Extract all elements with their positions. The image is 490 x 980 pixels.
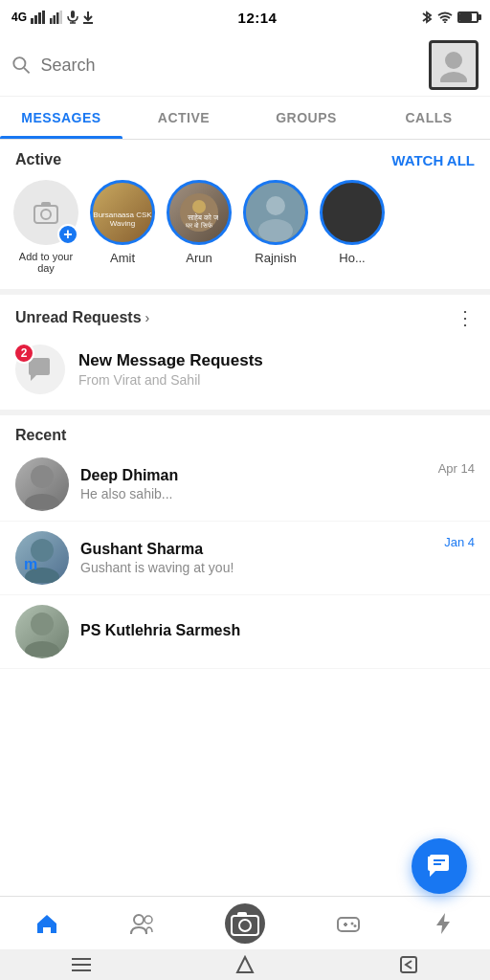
bottom-navigation: [0, 896, 490, 949]
active-section-title: Active: [15, 151, 61, 168]
active-user-amit[interactable]: Bursanaasa CSK Waving Amit: [88, 180, 157, 274]
nav-games[interactable]: [328, 907, 368, 940]
chat-item-ps[interactable]: PS Kutlehria Sarmesh: [0, 595, 490, 669]
ps-chat-info: PS Kutlehria Sarmesh: [80, 622, 463, 641]
svg-rect-43: [338, 918, 359, 931]
chat-item-gushant[interactable]: m Gushant Sharma Gushant is waving at yo…: [0, 522, 490, 595]
gushant-avatar: m: [15, 531, 69, 585]
status-bar: 4G 12:14: [0, 0, 490, 34]
message-request-subtitle: From Virat and Sahil: [78, 372, 475, 388]
flash-icon: [431, 911, 456, 936]
unread-requests-section: Unread Requests › ⋮: [0, 295, 490, 333]
gushant-chat-preview: Gushant is waving at you!: [80, 560, 329, 575]
watch-all-button[interactable]: WATCH ALL: [391, 152, 475, 168]
svg-point-37: [134, 915, 144, 924]
svg-rect-7: [60, 11, 63, 24]
menu-icon: [72, 957, 91, 972]
gushant-chat-info: Gushant Sharma Gushant is waving at you!: [80, 541, 433, 575]
search-input[interactable]: [40, 56, 429, 76]
nav-flash[interactable]: [423, 907, 463, 940]
tab-calls[interactable]: CALLS: [368, 97, 490, 139]
android-nav-bar: [0, 949, 490, 980]
tab-messages[interactable]: MESSAGES: [0, 97, 122, 139]
active-user-ho[interactable]: Ho...: [318, 180, 387, 274]
deep-avatar-img: [20, 459, 64, 509]
svg-point-27: [258, 219, 293, 242]
arun-name: Arun: [186, 251, 212, 265]
message-request-text: New Message Requests From Virat and Sahi…: [78, 351, 475, 388]
add-day-button[interactable]: +: [57, 224, 78, 245]
svg-point-17: [440, 72, 467, 82]
rajnish-avatar: [243, 180, 308, 245]
android-home[interactable]: [228, 951, 262, 978]
chevron-right-icon: ›: [145, 310, 150, 325]
android-home-icon: [235, 955, 255, 974]
svg-rect-0: [31, 18, 33, 24]
svg-marker-52: [237, 957, 253, 972]
svg-point-29: [25, 494, 59, 509]
tab-groups[interactable]: GROUPS: [245, 97, 368, 139]
svg-rect-8: [71, 11, 75, 18]
android-menu[interactable]: [64, 953, 99, 976]
android-back[interactable]: [391, 951, 426, 978]
svg-text:साहेब को जानी: साहेब को जानी: [187, 212, 218, 222]
svg-rect-2: [38, 12, 41, 24]
network-type: 4G: [11, 11, 27, 24]
ps-avatar: [15, 605, 69, 658]
ho-name: Ho...: [339, 251, 365, 265]
profile-avatar-icon: [438, 48, 469, 82]
ho-avatar: [320, 180, 385, 245]
svg-rect-1: [34, 15, 37, 24]
gushant-avatar-img: m: [20, 533, 64, 583]
wifi-icon: [437, 11, 453, 23]
svg-rect-6: [56, 12, 59, 24]
svg-point-26: [266, 196, 285, 215]
rajnish-avatar-img: [246, 183, 305, 242]
svg-point-28: [31, 465, 54, 488]
svg-point-46: [350, 922, 353, 924]
gushant-chat-date: Jan 4: [444, 531, 475, 549]
compose-fab[interactable]: [412, 838, 467, 894]
signal-bars-icon: [31, 11, 46, 24]
svg-point-19: [41, 210, 51, 219]
battery-icon: [457, 11, 479, 23]
unread-requests-button[interactable]: Unread Requests ›: [15, 309, 149, 326]
profile-avatar-box[interactable]: [429, 40, 479, 90]
svg-point-13: [444, 21, 446, 23]
amit-avatar: Bursanaasa CSK Waving: [90, 180, 155, 245]
camera-icon: [31, 197, 61, 228]
active-user-arun[interactable]: साहेब को जानी घर वो सिर्फ Arun: [165, 180, 234, 274]
svg-point-22: [192, 200, 206, 213]
rajnish-name: Rajnish: [255, 251, 296, 265]
games-icon: [336, 911, 361, 936]
active-user-rajnish[interactable]: Rajnish: [241, 180, 310, 274]
svg-rect-4: [50, 18, 53, 24]
nav-camera[interactable]: [216, 899, 274, 948]
tab-active[interactable]: ACTIVE: [122, 97, 245, 139]
nav-people[interactable]: [122, 907, 162, 940]
message-request-title: New Message Requests: [78, 351, 475, 370]
add-day-item[interactable]: + Add to your day: [11, 180, 80, 274]
unread-requests-title: Unread Requests: [15, 309, 142, 326]
svg-rect-5: [54, 15, 56, 24]
more-options-icon[interactable]: ⋮: [456, 306, 475, 329]
camera-nav-icon: [224, 902, 266, 945]
message-request-card[interactable]: 2 New Message Requests From Virat and Sa…: [0, 333, 490, 410]
svg-point-33: [31, 612, 54, 635]
ps-avatar-img: [20, 607, 64, 657]
svg-point-38: [145, 916, 152, 924]
svg-point-34: [25, 641, 59, 657]
deep-avatar: [15, 457, 69, 511]
recent-section-label: Recent: [0, 415, 490, 448]
clock: 12:14: [238, 10, 278, 26]
message-badge: 2: [13, 343, 34, 364]
deep-chat-info: Deep Dhiman He also sahib...: [80, 467, 427, 501]
deep-chat-name: Deep Dhiman: [80, 467, 427, 484]
add-day-label: Add to your day: [11, 251, 80, 274]
active-users-list: + Add to your day Bursanaasa CSK Waving …: [0, 176, 490, 289]
nav-home[interactable]: [27, 907, 67, 940]
svg-rect-53: [401, 957, 416, 972]
chat-item-deep[interactable]: Deep Dhiman He also sahib... Apr 14: [0, 448, 490, 522]
search-icon: [11, 55, 31, 76]
amit-name: Amit: [110, 251, 135, 265]
